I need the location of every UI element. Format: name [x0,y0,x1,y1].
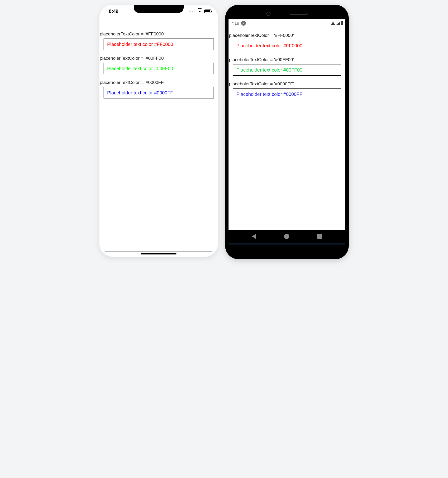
android-screen: 7:19 ∧ placeholerTextColor = '#FF0000' P… [228,19,345,243]
ios-label-3: placeholerTextColor = '#0000FF' [99,79,218,87]
ios-bottom-shadow [105,251,212,252]
ios-dots-icon: •••• [189,10,195,13]
ios-input-3-placeholder: Placeholder text color #0000FF [107,90,173,96]
ios-label-2: placeholerTextColor = '#00FF00' [99,55,218,63]
android-input-2[interactable]: Placeholder text color #00FF00 [233,64,341,76]
android-speaker-icon [289,13,308,15]
wifi-icon [197,9,203,14]
ios-input-1-placeholder: Placeholder text color #FF0000 [107,42,173,47]
expo-icon: ∧ [241,21,246,26]
battery-icon [204,10,211,13]
android-label-2: placeholerTextColor = '#00FF00' [228,57,345,64]
android-nav-bar [228,230,345,243]
android-input-3[interactable]: Placeholder text color #0000FF [233,88,341,100]
android-hardware-top [228,9,345,19]
ios-notch [134,5,184,13]
android-camera-icon [266,12,270,16]
ios-status-icons: •••• [189,8,211,14]
android-back-button[interactable] [252,233,256,239]
ios-input-1[interactable]: Placeholder text color #FF0000 [104,38,214,50]
ios-home-indicator[interactable] [141,253,177,254]
ios-label-1: placeholerTextColor = '#FF0000' [99,31,218,38]
android-status-bar: 7:19 ∧ [228,19,345,28]
ios-input-3[interactable]: Placeholder text color #0000FF [104,87,214,98]
android-input-3-placeholder: Placeholder text color #0000FF [236,92,302,97]
signal-icon [336,22,340,25]
android-input-2-placeholder: Placeholder text color #00FF00 [236,67,302,73]
android-home-button[interactable] [284,234,289,239]
ios-input-2[interactable]: Placeholder text color #00FF00 [104,63,214,74]
android-status-time: 7:19 [231,21,239,26]
android-device: 7:19 ∧ placeholerTextColor = '#FF0000' P… [225,5,349,259]
ios-input-2-placeholder: Placeholder text color #00FF00 [107,66,173,71]
ios-device: 8:49 •••• placeholerTextColor = '#FF0000… [99,5,218,257]
android-recent-button[interactable] [317,234,322,239]
wifi-icon [331,22,335,25]
android-label-1: placeholerTextColor = '#FF0000' [228,32,345,40]
android-content: placeholerTextColor = '#FF0000' Placehol… [228,28,345,230]
battery-icon [341,21,343,25]
android-label-3: placeholerTextColor = '#0000FF' [228,81,345,88]
ios-status-time: 8:49 [109,7,118,14]
ios-content: placeholerTextColor = '#FF0000' Placehol… [99,17,218,98]
android-input-1-placeholder: Placeholder text color #FF0000 [236,43,302,49]
android-bottom-edge [228,244,345,245]
android-input-1[interactable]: Placeholder text color #FF0000 [233,40,341,51]
